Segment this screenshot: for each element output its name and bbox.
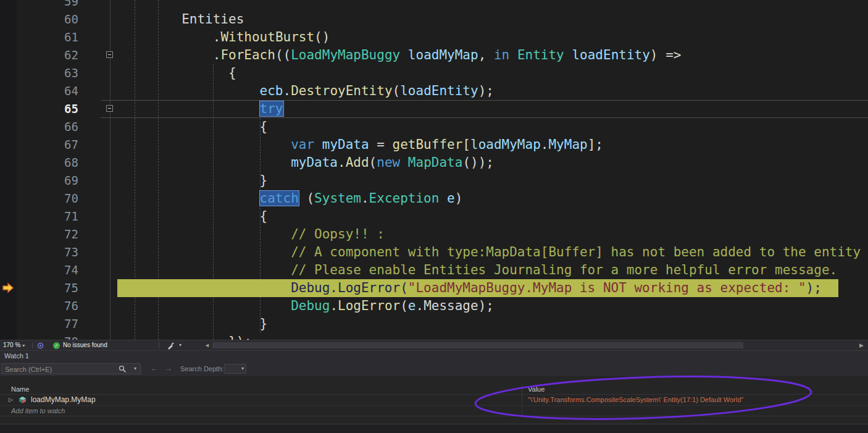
caret-down-icon: ▾ xyxy=(241,366,244,371)
horizontal-scrollbar-thumb[interactable] xyxy=(212,342,743,348)
code-line-71[interactable]: 71 { xyxy=(0,208,868,225)
code-text: } xyxy=(119,315,267,333)
zoom-level: 170 % xyxy=(3,342,20,348)
code-editor[interactable]: 5960 Entities61 .WithoutBurst()62 .ForEa… xyxy=(0,0,868,340)
fold-toggle[interactable] xyxy=(106,51,113,58)
code-text: // Oopsy!! : xyxy=(119,225,385,243)
code-text: { xyxy=(119,64,236,82)
search-icon[interactable] xyxy=(119,365,127,373)
line-number[interactable]: 62 xyxy=(34,46,78,64)
line-number[interactable]: 65 xyxy=(34,100,78,118)
code-line-59[interactable]: 59 xyxy=(0,0,868,11)
health-check-icon: ✓ xyxy=(53,342,60,349)
code-line-64[interactable]: 64 ecb.DestroyEntity(loadEntity); xyxy=(0,82,868,100)
code-line-65[interactable]: 65 try xyxy=(0,100,868,118)
editor-bottom-bar: 170 % ▾ ✓ No issues found ▾ ◄ ▶ xyxy=(0,340,868,350)
code-line-60[interactable]: 60 Entities xyxy=(0,11,868,28)
code-line-74[interactable]: 74 // Please enable Entities Journaling … xyxy=(0,261,868,279)
code-text: catch (System.Exception e) xyxy=(119,190,462,208)
caret-down-icon[interactable]: ▾ xyxy=(134,366,136,371)
watch-item-value[interactable]: "\'Unity.Transforms.CompositeScaleSystem… xyxy=(528,395,743,405)
code-text: myData.Add(new MapData()); xyxy=(119,154,494,172)
document-health-status[interactable]: No issues found xyxy=(63,340,107,350)
code-line-62[interactable]: 62 .ForEach((LoadMyMapBuggy loadMyMap, i… xyxy=(0,46,868,64)
separator xyxy=(159,342,159,348)
code-text: Debug.LogError(e.Message); xyxy=(119,297,494,315)
code-text: { xyxy=(119,118,267,136)
cube-icon xyxy=(19,396,27,404)
code-line-69[interactable]: 69 } xyxy=(0,172,868,190)
code-line-61[interactable]: 61 .WithoutBurst() xyxy=(0,28,868,46)
column-header-value[interactable]: Value xyxy=(528,384,545,394)
code-line-73[interactable]: 73 // A component with type:MapData[Buff… xyxy=(0,243,868,261)
code-text: Debug.LogError("LoadMyMapBuggy.MyMap is … xyxy=(119,279,822,297)
watch-row[interactable]: ▷ loadMyMap.MyMap "\'Unity.Transforms.Co… xyxy=(0,395,868,406)
code-text: .ForEach((LoadMyMapBuggy loadMyMap, in E… xyxy=(119,46,681,64)
code-text: ecb.DestroyEntity(loadEntity); xyxy=(119,82,494,100)
code-text: // A component with type:MapData[Buffer]… xyxy=(119,243,861,261)
search-depth-label: Search Depth: xyxy=(180,361,223,376)
watch-grid: Name Value ▷ loadMyMap.MyMap "\'Unity.Tr… xyxy=(0,376,868,424)
current-statement-arrow[interactable] xyxy=(2,282,14,294)
line-number[interactable]: 75 xyxy=(34,279,78,297)
code-line-78[interactable]: 78 }); xyxy=(0,333,868,340)
code-lines: 5960 Entities61 .WithoutBurst()62 .ForEa… xyxy=(0,0,868,340)
line-number[interactable]: 66 xyxy=(34,118,78,136)
watch-panel-titlebar[interactable]: Watch 1 xyxy=(0,350,868,361)
line-number[interactable]: 64 xyxy=(34,82,78,100)
code-text: var myData = getBuffer[loadMyMap.MyMap]; xyxy=(119,136,603,154)
watch-item-name[interactable]: loadMyMap.MyMap xyxy=(31,395,96,405)
code-text: try xyxy=(119,100,283,118)
line-number[interactable]: 60 xyxy=(34,11,78,28)
line-number[interactable]: 78 xyxy=(34,333,78,340)
code-line-70[interactable]: 70 catch (System.Exception e) xyxy=(0,190,868,208)
code-text: { xyxy=(119,208,267,225)
search-depth-dropdown[interactable]: ▾ xyxy=(224,364,246,374)
code-line-66[interactable]: 66 { xyxy=(0,118,868,136)
line-number[interactable]: 71 xyxy=(34,208,78,225)
line-number[interactable]: 77 xyxy=(34,315,78,333)
code-text: }); xyxy=(119,333,252,340)
code-text: // Please enable Entities Journaling for… xyxy=(119,261,837,279)
line-number[interactable]: 70 xyxy=(34,190,78,208)
line-number[interactable]: 74 xyxy=(34,261,78,279)
code-text: } xyxy=(119,172,267,190)
zoom-control[interactable]: 170 % ▾ xyxy=(3,340,25,351)
line-number[interactable]: 67 xyxy=(34,136,78,154)
column-header-name[interactable]: Name xyxy=(11,384,29,394)
search-prev-button[interactable]: ← xyxy=(150,361,158,376)
editor-indicator-icon[interactable] xyxy=(37,342,44,349)
code-line-76[interactable]: 76 Debug.LogError(e.Message); xyxy=(0,297,868,315)
watch-search-box[interactable]: ▾ xyxy=(1,363,141,374)
scroll-right-button[interactable]: ▶ xyxy=(859,340,864,350)
line-number[interactable]: 72 xyxy=(34,225,78,243)
expand-arrow-icon[interactable]: ▷ xyxy=(9,395,13,405)
line-number[interactable]: 73 xyxy=(34,243,78,261)
code-line-68[interactable]: 68 myData.Add(new MapData()); xyxy=(0,154,868,172)
search-input[interactable] xyxy=(4,364,111,374)
code-line-77[interactable]: 77 } xyxy=(0,315,868,333)
line-number[interactable]: 61 xyxy=(34,28,78,46)
caret-down-icon: ▾ xyxy=(22,343,25,348)
separator xyxy=(32,342,33,348)
line-number[interactable]: 59 xyxy=(34,0,78,11)
code-text: .WithoutBurst() xyxy=(119,28,330,46)
watch-toolbar: ▾ ← → Search Depth: ▾ xyxy=(0,361,868,376)
fold-toggle[interactable] xyxy=(106,105,113,112)
code-line-67[interactable]: 67 var myData = getBuffer[loadMyMap.MyMa… xyxy=(0,136,868,154)
code-cleanup-icon[interactable] xyxy=(167,342,175,350)
search-next-button[interactable]: → xyxy=(164,361,172,376)
scroll-left-button[interactable]: ◄ xyxy=(204,340,210,350)
code-line-75[interactable]: 75 Debug.LogError("LoadMyMapBuggy.MyMap … xyxy=(0,279,868,297)
code-line-72[interactable]: 72 // Oopsy!! : xyxy=(0,225,868,243)
code-line-63[interactable]: 63 { xyxy=(0,64,868,82)
line-number[interactable]: 68 xyxy=(34,154,78,172)
code-text: Entities xyxy=(119,11,244,28)
watch-panel-title: Watch 1 xyxy=(4,352,29,359)
add-watch-row[interactable]: Add item to watch xyxy=(0,406,868,416)
line-number[interactable]: 63 xyxy=(34,64,78,82)
caret-down-icon[interactable]: ▾ xyxy=(179,342,182,348)
line-number[interactable]: 76 xyxy=(34,297,78,315)
line-number[interactable]: 69 xyxy=(34,172,78,190)
add-watch-label: Add item to watch xyxy=(11,406,65,416)
